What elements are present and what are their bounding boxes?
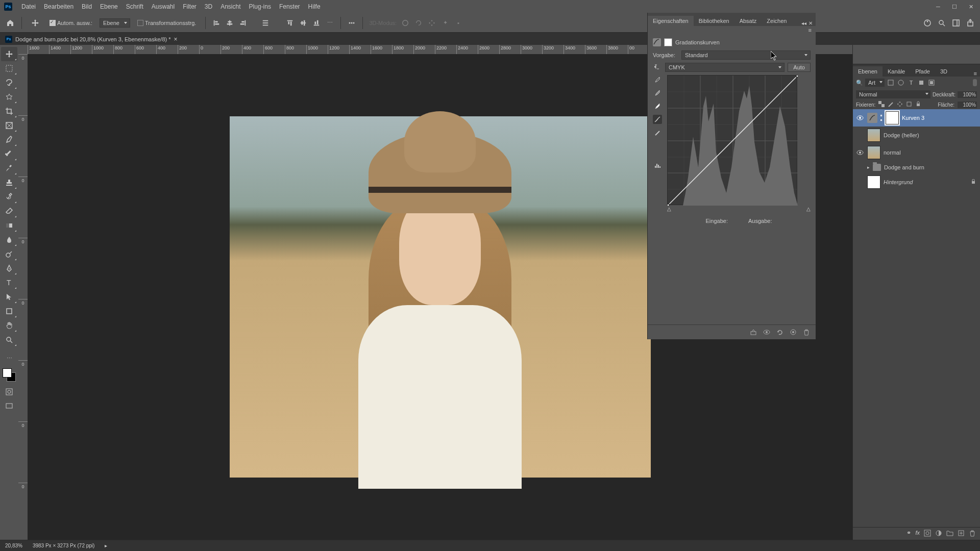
path-select-tool[interactable] — [1, 290, 17, 304]
tab-pfade[interactable]: Pfade — [910, 66, 935, 77]
align-right-icon[interactable] — [238, 18, 248, 28]
preset-dropdown[interactable]: Standard — [681, 51, 811, 60]
lock-transparent-icon[interactable] — [878, 101, 886, 108]
menu-datei[interactable]: Datei — [17, 3, 40, 10]
lock-position-icon[interactable] — [897, 101, 904, 108]
search-icon[interactable] — [937, 18, 946, 28]
lock-pixels-icon[interactable] — [888, 101, 895, 108]
target-adjust-icon[interactable] — [653, 63, 662, 72]
filter-smart-icon[interactable] — [927, 79, 936, 87]
menu-fenster[interactable]: Fenster — [275, 3, 304, 10]
share-icon[interactable] — [966, 18, 975, 28]
reset-icon[interactable] — [776, 328, 784, 336]
align-hcenter-icon[interactable] — [225, 18, 234, 28]
distribute-icon[interactable] — [261, 18, 270, 28]
ruler-vertical[interactable]: 00000000 — [18, 54, 28, 540]
align-top-icon[interactable] — [285, 18, 295, 28]
menu-filter[interactable]: Filter — [179, 3, 201, 10]
move-tool[interactable] — [1, 47, 17, 61]
3d-roll-icon[interactable] — [414, 18, 423, 28]
filter-adjust-icon[interactable] — [897, 79, 905, 87]
brush-tool[interactable] — [1, 161, 17, 176]
3d-scale-icon[interactable]: ▪ — [454, 18, 463, 28]
lock-all-icon[interactable] — [915, 101, 922, 108]
move-tool-icon[interactable] — [28, 18, 42, 28]
menu-bild[interactable]: Bild — [78, 3, 96, 10]
zoom-level[interactable]: 20,83% — [5, 543, 22, 548]
opacity-input[interactable] — [958, 91, 977, 98]
home-button[interactable] — [5, 18, 15, 28]
visibility-toggle[interactable] — [856, 178, 864, 186]
zoom-tool[interactable] — [1, 333, 17, 347]
fill-input[interactable] — [958, 102, 977, 108]
visibility-toggle[interactable] — [856, 163, 864, 171]
panel-menu-icon[interactable]: ≡ — [971, 70, 980, 77]
new-group-icon[interactable] — [946, 530, 953, 538]
blur-tool[interactable] — [1, 233, 17, 247]
layer-kurven3[interactable]: Kurven 3 — [853, 109, 980, 127]
eraser-tool[interactable] — [1, 204, 17, 218]
layer-thumb[interactable] — [867, 176, 880, 189]
color-swatch[interactable] — [3, 368, 16, 382]
tab-3d[interactable]: 3D — [935, 66, 952, 77]
curve-draw-tool-icon[interactable] — [653, 128, 662, 137]
window-maximize[interactable]: ☐ — [949, 3, 960, 11]
history-brush-tool[interactable] — [1, 190, 17, 204]
layer-fx-icon[interactable]: fx — [915, 530, 920, 538]
menu-hilfe[interactable]: Hilfe — [304, 3, 325, 10]
auto-button[interactable]: Auto — [788, 63, 811, 72]
tab-zeichen[interactable]: Zeichen — [762, 16, 792, 26]
new-layer-icon[interactable] — [958, 530, 965, 538]
toggle-visibility-icon[interactable] — [763, 328, 771, 336]
blend-mode-dropdown[interactable]: Normal — [856, 90, 930, 98]
eyedropper-black-icon[interactable] — [653, 75, 662, 84]
align-vcenter-icon[interactable] — [299, 18, 308, 28]
screen-mode-toggle[interactable] — [1, 399, 17, 413]
document-tab[interactable]: Ps Dodge and burn.psdc bei 20,8% (Kurven… — [0, 33, 183, 45]
edit-toolbar[interactable]: ⋯ — [1, 351, 17, 365]
layer-dodge-heller[interactable]: Dodge (heller) — [853, 127, 980, 144]
layer-group-dodge-and-burn[interactable]: ▸ Dodge and burn — [853, 161, 980, 173]
panel-menu-icon[interactable]: ≡ — [808, 27, 812, 33]
close-panel-icon[interactable]: ✕ — [808, 20, 813, 26]
visibility-toggle[interactable] — [856, 148, 864, 157]
window-close[interactable]: ✕ — [966, 3, 976, 11]
tab-absatz[interactable]: Absatz — [734, 16, 762, 26]
quick-mask-toggle[interactable] — [1, 385, 17, 399]
menu-auswahl[interactable]: Auswahl — [148, 3, 179, 10]
tab-kanaele[interactable]: Kanäle — [883, 66, 910, 77]
workspace-switcher-icon[interactable] — [951, 18, 961, 28]
quick-select-tool[interactable] — [1, 90, 17, 104]
lock-artboard-icon[interactable] — [906, 101, 913, 108]
cloud-docs-icon[interactable] — [923, 18, 932, 28]
3d-orbit-icon[interactable] — [401, 18, 410, 28]
clip-to-layer-icon[interactable] — [749, 328, 757, 336]
layer-mask-thumb[interactable] — [886, 111, 899, 124]
3d-slide-icon[interactable]: ✦ — [440, 18, 450, 28]
curve-point-tool-icon[interactable] — [653, 115, 662, 124]
filter-toggle[interactable] — [973, 79, 977, 86]
delete-adjustment-icon[interactable] — [802, 328, 811, 336]
foreground-color[interactable] — [3, 368, 12, 378]
auto-select-target-dropdown[interactable]: Ebene — [100, 18, 130, 28]
type-tool[interactable]: T — [1, 276, 17, 290]
shape-tool[interactable] — [1, 304, 17, 318]
visibility-toggle[interactable] — [856, 131, 864, 139]
dodge-tool[interactable] — [1, 247, 17, 261]
more-align-icon[interactable]: ⋯ — [325, 18, 334, 28]
healing-tool[interactable] — [1, 147, 17, 161]
align-bottom-icon[interactable] — [312, 18, 321, 28]
histogram-toggle-icon[interactable] — [653, 161, 662, 170]
hand-tool[interactable] — [1, 318, 17, 333]
mask-icon[interactable] — [664, 38, 672, 46]
menu-schrift[interactable]: Schrift — [122, 3, 148, 10]
tab-eigenschaften[interactable]: Eigenschaften — [648, 16, 694, 26]
transform-controls-checkbox[interactable]: Transformationsstrg. — [134, 19, 199, 27]
layer-filter-kind-dropdown[interactable]: Art — [865, 79, 885, 87]
tab-ebenen[interactable]: Ebenen — [853, 66, 883, 77]
more-options-icon[interactable] — [347, 18, 356, 28]
lasso-tool[interactable] — [1, 76, 17, 90]
filter-type-icon[interactable]: T — [907, 79, 915, 87]
collapse-icon[interactable]: ◂◂ — [801, 20, 806, 26]
layer-thumb[interactable] — [867, 146, 880, 159]
